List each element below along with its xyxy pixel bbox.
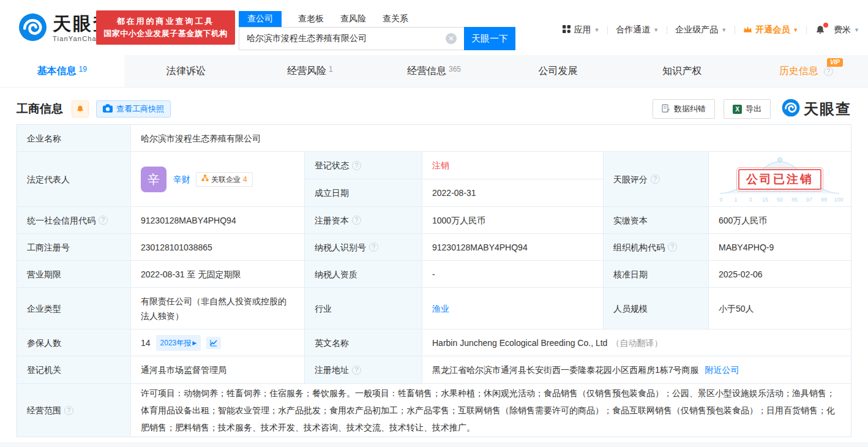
taxpayer-qualification-value: - — [422, 261, 604, 288]
field-label: 实缴资本 — [604, 207, 709, 234]
tab-operation-risk[interactable]: 经营风险 1 — [248, 55, 372, 87]
staff-size-value: 小于50人 — [709, 288, 851, 329]
top-header: 天眼查 TianYanCha.com 都在用的商业查询工具 国家中小企业发展子基… — [0, 0, 868, 55]
bottom-strip — [0, 442, 868, 447]
svg-text:85: 85 — [791, 197, 798, 203]
reg-capital-value: 1000万人民币 — [422, 207, 604, 234]
insured-count-cell: 14 2023年报▶ — [131, 329, 305, 356]
nearby-companies-link[interactable]: 附近公司 — [705, 363, 739, 377]
menu-user[interactable]: 费米 ▼ — [834, 24, 859, 36]
export-button[interactable]: X 导出 — [724, 99, 771, 119]
help-icon[interactable]: ? — [352, 366, 361, 375]
menu-divider — [607, 26, 608, 34]
trend-chart-icon[interactable] — [206, 337, 221, 349]
field-label: 登记机关 — [17, 356, 131, 384]
data-correction-button[interactable]: 数据纠错 — [653, 99, 715, 119]
search-tab-relation[interactable]: 查关系 — [383, 13, 408, 27]
help-icon[interactable]: ? — [99, 216, 108, 225]
insured-count-value: 14 — [141, 336, 151, 350]
field-label: 企业名称 — [17, 125, 131, 152]
credit-code-value: 91230128MABY4PHQ94 — [131, 207, 305, 234]
triangle-right-icon: ▶ — [192, 336, 196, 350]
field-label: 统一社会信用代码? — [17, 207, 131, 234]
section-header: 工商信息 查看工商快照 数据纠错 X 导出 — [17, 97, 851, 121]
business-scope-value: 许可项目：动物饲养；牲畜饲养；住宿服务；餐饮服务。一般项目：牲畜销售；水果种植；… — [131, 384, 851, 437]
field-label: 纳税人资质 — [305, 261, 422, 288]
org-chart-icon — [201, 173, 209, 186]
svg-text:99: 99 — [821, 197, 827, 203]
menu-partners[interactable]: 合作通道 ▼ — [616, 24, 659, 36]
business-info-table: 企业名称 哈尔滨市浚程生态养殖有限公司 法定代表人 辛 辛财 关联企业 4 登记… — [17, 124, 851, 437]
clear-icon[interactable]: ✕ — [446, 33, 457, 44]
annual-report-link[interactable]: 2023年报▶ — [156, 335, 201, 351]
legal-rep-link[interactable]: 辛财 — [173, 173, 190, 186]
tab-basic-info[interactable]: 基本信息 19 — [0, 55, 124, 87]
search-tab-company[interactable]: 查公司 — [239, 11, 282, 27]
reg-number-value: 230128101038865 — [131, 234, 305, 261]
field-label: 参保人数 — [17, 329, 131, 356]
related-companies-badge[interactable]: 关联企业 4 — [196, 172, 253, 187]
field-label: 核准日期 — [604, 261, 709, 288]
chevron-down-icon: ▼ — [793, 27, 798, 33]
svg-text:97: 97 — [806, 197, 812, 203]
help-icon[interactable]: ? — [352, 161, 361, 170]
reg-authority-value: 通河县市场监督管理局 — [131, 356, 305, 384]
notification-bell-icon[interactable] — [815, 24, 826, 36]
search-tab-boss[interactable]: 查老板 — [298, 13, 324, 27]
tab-legal-proceedings[interactable]: 法律诉讼 — [124, 55, 249, 87]
svg-text:15: 15 — [762, 197, 768, 203]
apps-grid-icon — [563, 25, 571, 35]
reg-status-value: 注销 — [422, 152, 604, 179]
field-label: 人员规模 — [604, 288, 709, 329]
slogan-line1: 都在用的商业查询工具 — [117, 15, 215, 28]
help-icon[interactable]: ? — [824, 67, 833, 76]
help-icon[interactable]: ? — [369, 242, 378, 252]
chevron-down-icon: ▼ — [653, 27, 659, 33]
industry-link[interactable]: 渔业 — [432, 302, 449, 315]
brand-watermark: 天眼查 — [782, 99, 851, 119]
help-icon[interactable]: ? — [64, 406, 73, 415]
section-title: 工商信息 — [17, 101, 63, 117]
field-label: 企业类型 — [17, 288, 131, 329]
search-input[interactable] — [239, 27, 464, 50]
help-icon[interactable]: ? — [651, 175, 660, 184]
field-label: 行业 — [305, 288, 422, 329]
monitor-bell-button[interactable] — [72, 100, 89, 118]
auto-translate-note: （自动翻译） — [611, 336, 662, 350]
field-label: 注册资本? — [305, 207, 422, 234]
tab-operation-info[interactable]: 经营信息 365 — [372, 55, 496, 87]
notification-dot — [823, 23, 828, 28]
tianyancha-company-page: 天眼查 TianYanCha.com 都在用的商业查询工具 国家中小企业发展子基… — [0, 0, 868, 447]
menu-enterprise-products[interactable]: 企业级产品 ▼ — [675, 24, 727, 36]
field-label: 营业期限 — [17, 261, 131, 288]
svg-text:3: 3 — [749, 197, 752, 203]
search-button[interactable]: 天眼一下 — [464, 27, 515, 50]
svg-text:1: 1 — [734, 197, 737, 203]
excel-icon: X — [733, 105, 742, 114]
chevron-down-icon: ▼ — [594, 27, 599, 33]
reg-address-cell: 黑龙江省哈尔滨市通河县长安街西一委隆泰花园小区西厢房1栋7号商服 附近公司 — [422, 356, 851, 384]
legal-rep-cell: 辛 辛财 关联企业 4 — [131, 152, 305, 207]
menu-apps[interactable]: 应用 ▼ — [563, 24, 599, 36]
help-icon[interactable]: ? — [668, 242, 677, 252]
score-cell: 0 1 3 15 50 85 97 99 100 公司已注销 — [709, 152, 851, 207]
company-name-value: 哈尔滨市浚程生态养殖有限公司 — [131, 125, 851, 152]
english-name-value: Harbin Juncheng Ecological Breeding Co.,… — [432, 336, 607, 350]
field-label: 工商注册号 — [17, 234, 131, 261]
search-tab-risk[interactable]: 查风险 — [340, 13, 366, 27]
snapshot-button[interactable]: 查看工商快照 — [96, 100, 171, 118]
reg-address-value: 黑龙江省哈尔滨市通河县长安街西一委隆泰花园小区西厢房1栋7号商服 — [432, 363, 699, 377]
chevron-down-icon: ▼ — [721, 27, 727, 33]
svg-text:100: 100 — [834, 197, 843, 203]
avatar[interactable]: 辛 — [141, 167, 166, 192]
vip-badge: VIP — [827, 58, 843, 67]
svg-text:0: 0 — [719, 197, 722, 203]
menu-open-vip[interactable]: 开通会员 ▼ — [743, 24, 798, 36]
company-type-value: 有限责任公司（非自然人投资或控股的法人独资） — [131, 288, 305, 329]
tab-intellectual-property[interactable]: 知识产权 — [620, 55, 744, 87]
field-label: 成立日期 — [305, 179, 422, 207]
slogan-line2: 国家中小企业发展子基金旗下机构 — [103, 28, 228, 40]
tab-history-info[interactable]: VIP 历史信息 ? — [744, 55, 868, 87]
help-icon[interactable]: ? — [352, 216, 361, 225]
tab-company-development[interactable]: 公司发展 — [496, 55, 620, 87]
